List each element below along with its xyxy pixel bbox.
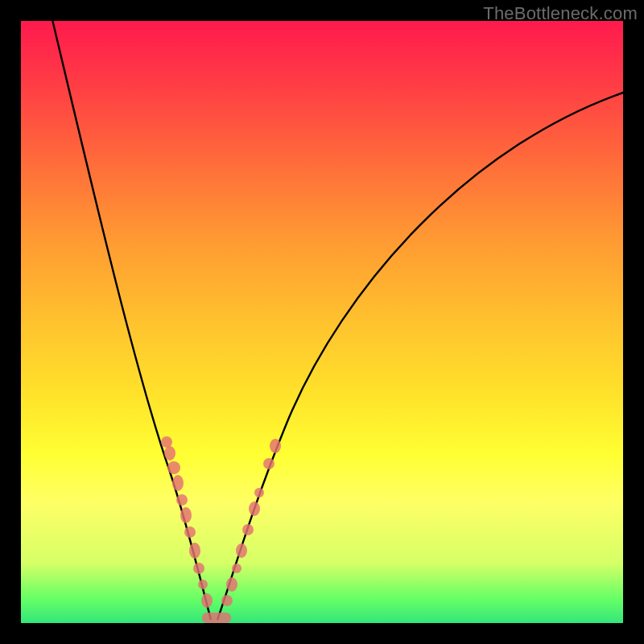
svg-point-4 bbox=[176, 494, 188, 506]
svg-point-18 bbox=[254, 488, 264, 497]
svg-point-15 bbox=[236, 543, 247, 558]
bottleneck-curve bbox=[21, 21, 623, 623]
svg-point-1 bbox=[164, 446, 175, 460]
svg-point-17 bbox=[249, 502, 260, 516]
svg-point-3 bbox=[172, 475, 184, 491]
svg-point-10 bbox=[201, 593, 213, 608]
svg-point-12 bbox=[221, 595, 233, 606]
curve-right bbox=[217, 89, 633, 620]
svg-rect-11 bbox=[202, 613, 231, 623]
svg-point-20 bbox=[270, 439, 281, 453]
svg-point-14 bbox=[232, 564, 242, 573]
plot-area bbox=[21, 21, 623, 623]
svg-point-0 bbox=[161, 436, 172, 448]
svg-point-13 bbox=[226, 577, 237, 592]
svg-point-7 bbox=[189, 543, 200, 559]
svg-point-8 bbox=[193, 563, 204, 574]
svg-point-9 bbox=[198, 580, 208, 589]
marker-cluster bbox=[161, 436, 281, 623]
svg-point-19 bbox=[263, 458, 275, 469]
svg-point-5 bbox=[180, 507, 192, 523]
svg-point-16 bbox=[242, 524, 254, 535]
watermark-text: TheBottleneck.com bbox=[483, 3, 638, 24]
svg-point-2 bbox=[167, 461, 180, 474]
svg-point-6 bbox=[184, 526, 196, 538]
